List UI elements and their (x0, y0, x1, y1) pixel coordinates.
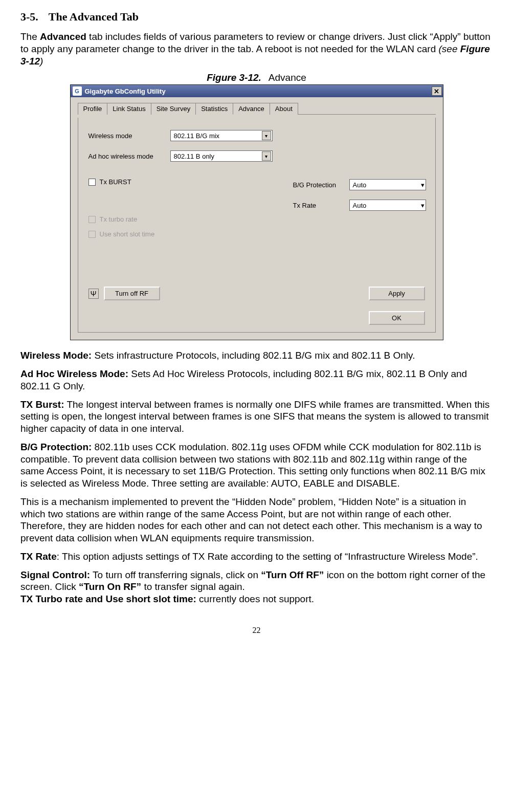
tx-rate-value: Auto (353, 202, 367, 209)
term: TX Rate (20, 551, 57, 562)
def-bg-protection: B/G Protection: 802.11b uses CCK modulat… (20, 441, 493, 490)
wireless-mode-label: Wireless mode (88, 132, 170, 140)
text-bold: “Turn On RF” (79, 581, 141, 592)
text-italic: (see (439, 43, 460, 54)
figure-caption-text: Advance (269, 72, 306, 83)
chevron-down-icon: ▾ (421, 202, 425, 209)
bg-protection-label: B/G Protection (293, 181, 349, 189)
chevron-down-icon: ▾ (262, 151, 271, 161)
tab-advance[interactable]: Advance (233, 103, 270, 115)
adhoc-mode-select[interactable]: 802.11 B only ▾ (170, 150, 273, 162)
tx-burst-label: Tx BURST (100, 178, 131, 186)
tab-panel-advance: Wireless mode 802.11 B/G mix ▾ Ad hoc wi… (78, 118, 436, 333)
close-button[interactable]: ✕ (432, 86, 442, 96)
text: tab includes fields of various parameter… (20, 31, 490, 54)
desc: : This option adjusts settings of TX Rat… (57, 551, 478, 562)
apply-button[interactable]: Apply (369, 287, 425, 300)
title-bar: G Gigabyte GbConfig Utility ✕ (71, 85, 443, 97)
desc: to transfer signal again. (141, 581, 245, 592)
turn-off-rf-button[interactable]: Turn off RF (104, 287, 160, 300)
chevron-down-icon: ▾ (421, 181, 425, 189)
term: B/G Protection: (20, 442, 92, 452)
term: Signal Control: (20, 569, 90, 580)
def-tx-rate: TX Rate: This option adjusts settings of… (20, 551, 493, 563)
desc: To turn off transferring signals, click … (90, 569, 261, 580)
term: Wireless Mode: (20, 350, 92, 361)
desc: currently does not support. (196, 594, 314, 604)
adhoc-mode-value: 802.11 B only (174, 152, 215, 160)
checkbox-icon (88, 231, 96, 238)
text-italic: ) (40, 56, 43, 67)
tab-link-status[interactable]: Link Status (107, 103, 151, 115)
tx-rate-label: Tx Rate (293, 202, 349, 209)
desc: Sets infrastructure Protocols, including… (92, 350, 415, 361)
section-number: 3-5. (20, 10, 38, 24)
term: Ad Hoc Wireless Mode: (20, 368, 128, 379)
rf-antenna-icon: Ψ (88, 289, 99, 299)
term: TX Turbo rate and Use short slot time: (20, 594, 196, 604)
ok-button[interactable]: OK (369, 311, 425, 325)
adhoc-mode-label: Ad hoc wireless mode (88, 152, 170, 160)
text-bold: Advanced (40, 31, 86, 42)
tx-rate-select[interactable]: Auto ▾ (349, 200, 426, 211)
bg-protection-value: Auto (353, 181, 367, 189)
short-slot-time-checkbox: Use short slot time (88, 230, 425, 238)
page-number: 22 (20, 626, 493, 635)
def-signal-control: Signal Control: To turn off transferring… (20, 569, 493, 605)
figure-label: Figure 3-12. (207, 72, 261, 83)
def-adhoc-mode: Ad Hoc Wireless Mode: Sets Ad Hoc Wirele… (20, 368, 493, 392)
close-icon: ✕ (434, 88, 439, 95)
chevron-down-icon: ▾ (262, 131, 271, 140)
wireless-mode-select[interactable]: 802.11 B/G mix ▾ (170, 130, 273, 141)
window-title: Gigabyte GbConfig Utility (85, 87, 166, 95)
checkbox-icon (88, 179, 96, 186)
text: The (20, 31, 40, 42)
tab-strip: Profile Link Status Site Survey Statisti… (78, 102, 436, 115)
checkbox-icon (88, 216, 96, 223)
section-title-text: The Advanced Tab (49, 10, 139, 23)
term: TX Burst: (20, 399, 64, 410)
section-heading: 3-5.The Advanced Tab (20, 10, 493, 24)
intro-paragraph: The Advanced tab includes fields of vari… (20, 31, 493, 67)
tab-site-survey[interactable]: Site Survey (151, 103, 196, 115)
tab-about[interactable]: About (270, 103, 298, 115)
figure-caption: Figure 3-12.Advance (20, 72, 493, 83)
def-tx-burst: TX Burst: The longest interval between f… (20, 399, 493, 435)
text-bold: “Turn Off RF” (261, 569, 324, 580)
tab-profile[interactable]: Profile (78, 103, 108, 115)
def-wireless-mode: Wireless Mode: Sets infrastructure Proto… (20, 349, 493, 362)
tx-turbo-rate-label: Tx turbo rate (100, 215, 138, 223)
wireless-mode-value: 802.11 B/G mix (174, 132, 220, 140)
tab-statistics[interactable]: Statistics (195, 103, 233, 115)
app-window: G Gigabyte GbConfig Utility ✕ Profile Li… (70, 84, 443, 340)
desc: The longest interval between frames is n… (20, 399, 489, 434)
short-slot-time-label: Use short slot time (100, 230, 155, 238)
app-logo-icon: G (73, 86, 82, 96)
def-hidden-node: This is a mechanism implemented to preve… (20, 496, 493, 544)
bg-protection-select[interactable]: Auto ▾ (349, 179, 426, 190)
